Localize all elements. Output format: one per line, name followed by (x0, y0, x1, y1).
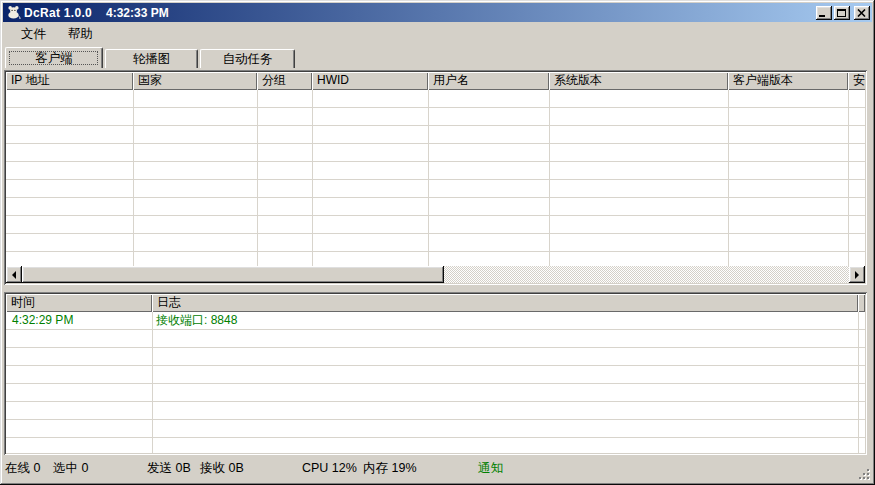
client-list-header: IP 地址国家分组HWID用户名系统版本客户端版本安装时间 (6, 72, 865, 90)
log-message-cell: 接收端口: 8848 (152, 312, 865, 330)
log-listview: 时间日志 4:32:29 PM接收端口: 8848 (4, 292, 867, 455)
column-header[interactable]: 国家 (133, 72, 257, 90)
column-header-filler (858, 294, 865, 312)
app-rat-icon[interactable] (6, 5, 21, 20)
tab-clients[interactable]: 客户端 (5, 47, 103, 68)
grid-vline (848, 90, 849, 266)
grid-vline (858, 312, 859, 453)
column-header[interactable]: 时间 (6, 294, 152, 312)
scroll-right-button[interactable] (849, 266, 865, 283)
status-memory: 内存 19% (363, 455, 417, 482)
statusbar: 在线 0 选中 0 发送 0B 接收 0B CPU 12% 内存 19% 通知 (3, 455, 872, 482)
column-header[interactable]: 日志 (152, 294, 858, 312)
log-row[interactable]: 4:32:29 PM接收端口: 8848 (6, 312, 865, 330)
grid-vline (133, 90, 134, 266)
scroll-left-button[interactable] (6, 266, 22, 283)
titlebar-clock: 4:32:33 PM (106, 6, 169, 20)
scrollbar-thumb[interactable] (22, 266, 444, 283)
log-list-body: 4:32:29 PM接收端口: 8848 (6, 312, 865, 453)
horizontal-scrollbar[interactable] (6, 266, 865, 283)
column-header[interactable]: 系统版本 (549, 72, 728, 90)
tab-auto-tasks[interactable]: 自动任务 (200, 49, 295, 68)
titlebar[interactable]: DcRat 1.0.0 4:32:33 PM (3, 3, 872, 22)
arrow-left-icon (12, 271, 16, 279)
status-selected: 选中 0 (53, 455, 88, 482)
status-received: 接收 0B (200, 455, 244, 482)
tab-label: 轮播图 (133, 51, 171, 68)
status-notify: 通知 (478, 455, 503, 482)
log-list-header: 时间日志 (6, 294, 865, 312)
column-header[interactable]: 用户名 (428, 72, 549, 90)
column-header[interactable]: 客户端版本 (728, 72, 848, 90)
tab-label: 自动任务 (223, 51, 273, 68)
maximize-button[interactable] (834, 6, 850, 20)
close-icon (857, 9, 866, 17)
column-header[interactable]: 安装时间 (848, 72, 865, 90)
app-window: DcRat 1.0.0 4:32:33 PM 文件帮助 客户端轮播图自动任务 I… (0, 0, 875, 485)
grid-vline (428, 90, 429, 266)
log-time-cell: 4:32:29 PM (6, 312, 152, 330)
close-button[interactable] (854, 6, 870, 20)
tab-strip: 客户端轮播图自动任务 (4, 47, 871, 68)
minimize-icon (819, 15, 825, 17)
client-list-body (6, 90, 865, 266)
client-listview: IP 地址国家分组HWID用户名系统版本客户端版本安装时间 (4, 70, 867, 285)
maximize-icon (837, 9, 846, 17)
minimize-button[interactable] (816, 6, 832, 20)
column-header[interactable]: HWID (312, 72, 428, 90)
menubar: 文件帮助 (3, 22, 872, 47)
status-cpu: CPU 12% (302, 455, 357, 482)
tab-carousel[interactable]: 轮播图 (105, 49, 198, 68)
column-header[interactable]: 分组 (257, 72, 312, 90)
status-online: 在线 0 (5, 455, 40, 482)
menu-item-help[interactable]: 帮助 (57, 24, 104, 45)
tab-label: 客户端 (35, 50, 73, 67)
grid-vline (152, 312, 153, 453)
grid-vline (728, 90, 729, 266)
column-header[interactable]: IP 地址 (6, 72, 133, 90)
grid-vline (257, 90, 258, 266)
status-sent: 发送 0B (147, 455, 191, 482)
window-title: DcRat 1.0.0 (24, 6, 92, 20)
grid-vline (549, 90, 550, 266)
grid-vline (312, 90, 313, 266)
resize-grip-icon[interactable] (856, 466, 870, 480)
arrow-right-icon (855, 271, 859, 279)
menu-item-file[interactable]: 文件 (10, 24, 57, 45)
